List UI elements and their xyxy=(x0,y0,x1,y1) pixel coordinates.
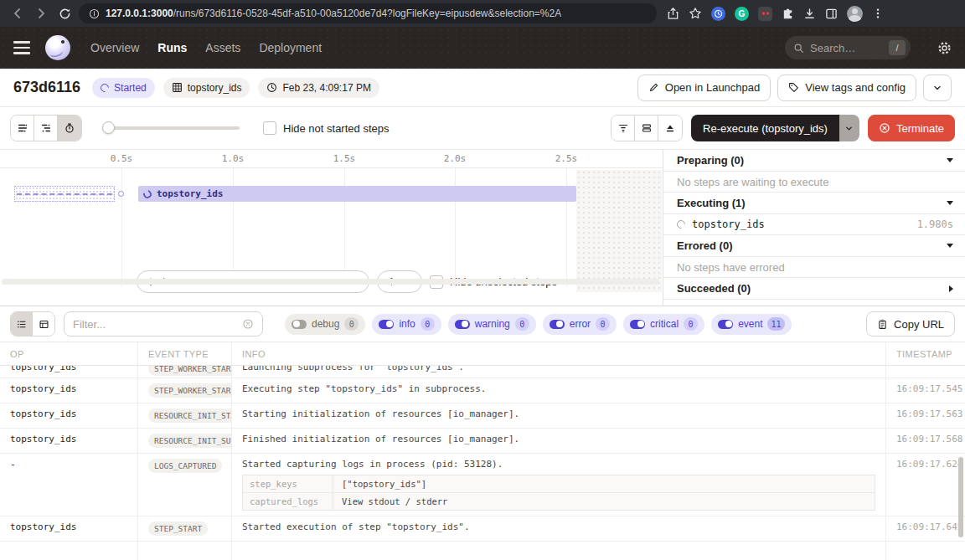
back-icon[interactable] xyxy=(8,4,27,23)
eject-button[interactable] xyxy=(658,116,682,141)
structured-view-button[interactable] xyxy=(33,312,54,336)
terminate-button[interactable]: Terminate xyxy=(868,115,955,141)
nav-item-overview[interactable]: Overview xyxy=(90,41,139,54)
extension-grammarly-icon[interactable]: G xyxy=(735,7,749,21)
step-filter-segmented xyxy=(611,115,683,141)
filter-funnel-button[interactable] xyxy=(612,116,635,141)
app-header: Overview Runs Assets Deployment Search… … xyxy=(0,27,965,69)
dagster-logo[interactable] xyxy=(45,35,70,60)
metadata-value-link[interactable]: View stdout / stderr xyxy=(333,493,456,510)
hide-not-started-checkbox[interactable]: Hide not started steps xyxy=(263,121,389,135)
chevron-down-icon xyxy=(932,83,942,93)
event-log-table: OP EVENT TYPE INFO TIMESTAMP topstory_id… xyxy=(0,342,965,560)
level-chip-warning[interactable]: warning0 xyxy=(448,314,536,335)
run-id: 673d6116 xyxy=(13,79,80,96)
log-row[interactable]: topstory_ids STEP_START Started executio… xyxy=(0,516,965,542)
step-name: topstory_ids xyxy=(692,218,765,230)
job-tag[interactable]: topstory_ids xyxy=(163,78,250,98)
level-chip-info[interactable]: info0 xyxy=(372,314,441,335)
toggle-icon xyxy=(379,320,394,329)
spinner-icon xyxy=(99,81,111,93)
chevron-right-icon xyxy=(949,285,953,292)
spinner-icon xyxy=(142,188,153,200)
flat-view-button[interactable] xyxy=(11,116,34,141)
toggle-icon xyxy=(630,320,645,329)
log-row[interactable]: topstory_ids RESOURCE_INIT_STAR… Startin… xyxy=(0,403,965,429)
downloads-icon[interactable] xyxy=(803,8,816,20)
nav-item-runs[interactable]: Runs xyxy=(157,41,187,54)
open-in-launchpad-button[interactable]: Open in Launchpad xyxy=(637,74,771,101)
run-timestamp[interactable]: Feb 23, 4:09:17 PM xyxy=(258,78,379,98)
profile-avatar[interactable] xyxy=(847,6,863,22)
share-icon[interactable] xyxy=(667,7,679,20)
info-icon[interactable] xyxy=(89,8,100,19)
run-main-area: 0.5s 1.0s 1.5s 2.0s 2.5s topstory_ids xyxy=(0,149,965,306)
nav-item-deployment[interactable]: Deployment xyxy=(259,41,322,54)
zoom-slider[interactable] xyxy=(104,126,240,130)
gantt-horizontal-scrollbar[interactable] xyxy=(2,279,659,285)
gear-icon[interactable] xyxy=(937,41,952,55)
succeeded-section-header[interactable]: Succeeded (0) xyxy=(663,278,965,300)
toggle-icon xyxy=(550,320,565,329)
forward-icon[interactable] xyxy=(32,4,50,23)
gantt-connector-dot xyxy=(118,191,124,197)
side-panel-icon[interactable] xyxy=(825,8,838,20)
search-placeholder: Search… xyxy=(810,42,855,54)
reexecute-dropdown-button[interactable] xyxy=(839,115,859,141)
zoom-slider-knob[interactable] xyxy=(102,121,115,134)
extension-dark-icon[interactable] xyxy=(758,7,772,21)
event-log-section: debug0 info0 warning0 error0 critical0 e… xyxy=(0,306,965,560)
bookmark-star-icon[interactable] xyxy=(689,7,702,20)
gantt-future-region xyxy=(576,170,662,292)
global-search[interactable]: Search… / xyxy=(785,36,911,59)
log-table-empty-space xyxy=(0,542,965,560)
checkbox-box[interactable] xyxy=(263,121,276,135)
event-type-pill: RESOURCE_INIT_STAR… xyxy=(148,408,232,423)
preparing-empty-text: No steps are waiting to execute xyxy=(663,172,965,193)
view-tags-config-button[interactable]: View tags and config xyxy=(777,74,916,101)
axis-tick: 1.0s xyxy=(222,153,245,164)
executing-section-header[interactable]: Executing (1) xyxy=(663,193,965,214)
address-bar[interactable]: 127.0.0.1:3000/runs/673d6116-0528-45df-a… xyxy=(79,3,657,23)
event-type-pill: RESOURCE_INIT_SUCC… xyxy=(148,434,232,448)
executing-step-row[interactable]: topstory_ids 1.980s xyxy=(663,214,965,235)
log-vertical-scrollbar[interactable] xyxy=(958,457,963,537)
refresh-icon[interactable] xyxy=(55,4,74,23)
browser-menu-icon[interactable] xyxy=(872,8,884,19)
metadata-key: captured_logs xyxy=(243,493,333,510)
extensions-puzzle-icon[interactable] xyxy=(782,8,794,20)
log-view-segmented xyxy=(10,311,55,337)
run-status-badge[interactable]: Started xyxy=(92,78,155,98)
reexecute-button[interactable]: Re-execute (topstory_ids) xyxy=(691,115,839,141)
waterfall-view-button[interactable] xyxy=(34,116,58,141)
event-type-pill: STEP_WORKER_STARTI… xyxy=(148,366,232,376)
level-chip-error[interactable]: error0 xyxy=(543,314,617,335)
extension-clock-icon[interactable] xyxy=(711,7,725,21)
level-chip-event[interactable]: event11 xyxy=(711,314,791,335)
step-duration: 1.980s xyxy=(917,218,953,230)
url-text: 127.0.0.1:3000/runs/673d6116-0528-45df-a… xyxy=(106,8,561,19)
errored-section-header[interactable]: Errored (0) xyxy=(663,235,965,257)
copy-url-button[interactable]: Copy URL xyxy=(866,311,955,337)
hamburger-menu-icon[interactable] xyxy=(13,41,30,54)
log-row-logs-captured[interactable]: - LOGS_CAPTURED Started capturing logs i… xyxy=(0,454,965,516)
list-view-button[interactable] xyxy=(11,312,33,336)
gantt-chart: 0.5s 1.0s 1.5s 2.0s 2.5s topstory_ids xyxy=(0,150,663,306)
log-filter-input-wrap[interactable] xyxy=(64,311,263,337)
rows-button[interactable] xyxy=(635,116,658,141)
log-filter-input[interactable] xyxy=(73,318,235,331)
timed-view-button[interactable] xyxy=(58,116,81,141)
log-row-partial[interactable]: topstory_ids STEP_WORKER_STARTI… Launchi… xyxy=(0,366,965,378)
log-row[interactable]: topstory_ids RESOURCE_INIT_SUCC… Finishe… xyxy=(0,429,965,454)
log-row[interactable]: topstory_ids STEP_WORKER_STARTED Executi… xyxy=(0,378,965,403)
level-chip-debug[interactable]: debug0 xyxy=(285,314,365,335)
gantt-time-axis: 0.5s 1.0s 1.5s 2.0s 2.5s xyxy=(0,150,663,168)
axis-tick: 1.5s xyxy=(333,153,356,164)
clear-filter-icon[interactable] xyxy=(242,318,254,330)
level-chip-critical[interactable]: critical0 xyxy=(623,314,704,335)
gantt-step-bar[interactable]: topstory_ids xyxy=(138,186,576,202)
preparing-section-header[interactable]: Preparing (0) xyxy=(663,150,965,172)
dagster-run-page: 127.0.0.1:3000/runs/673d6116-0528-45df-a… xyxy=(0,0,965,560)
nav-item-assets[interactable]: Assets xyxy=(205,41,240,54)
run-more-actions-button[interactable] xyxy=(923,74,952,101)
